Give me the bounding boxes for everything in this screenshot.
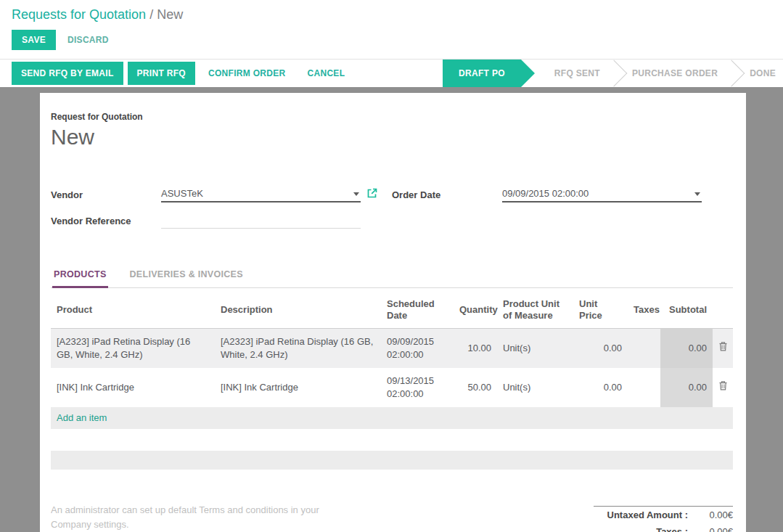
- breadcrumb-current: New: [157, 7, 183, 22]
- workflow-buttons: SEND RFQ BY EMAIL PRINT RFQ CONFIRM ORDE…: [12, 60, 353, 87]
- col-header-unit-price[interactable]: Unit Price: [573, 292, 628, 328]
- breadcrumb-section-link[interactable]: Requests for Quotation: [12, 7, 146, 22]
- untaxed-amount-row: Untaxed Amount : 0.00€: [594, 506, 733, 523]
- untaxed-amount-value: 0.00€: [688, 510, 733, 520]
- cell-description[interactable]: [INK] Ink Cartridge: [215, 368, 381, 407]
- empty-section-bar: [51, 451, 733, 470]
- cell-unit-price[interactable]: 0.00: [573, 368, 628, 407]
- cell-taxes[interactable]: [628, 328, 660, 368]
- breadcrumb-separator: /: [149, 7, 157, 22]
- cell-subtotal: 0.00: [660, 368, 713, 407]
- table-header-row: Product Description Scheduled Date Quant…: [51, 292, 733, 328]
- cell-uom[interactable]: Unit(s): [497, 368, 573, 407]
- vendor-input[interactable]: ASUSTeK: [161, 188, 361, 202]
- status-bar: DRAFT PO RFQ SENT PURCHASE ORDER DONE: [443, 60, 783, 87]
- vendor-label: Vendor: [51, 189, 161, 202]
- discard-button[interactable]: DISCARD: [67, 35, 109, 45]
- cell-uom[interactable]: Unit(s): [497, 328, 573, 368]
- cell-product[interactable]: [A2323] iPad Retina Display (16 GB, Whit…: [51, 328, 215, 368]
- cancel-button[interactable]: CANCEL: [299, 68, 354, 78]
- vendor-value: ASUSTeK: [161, 188, 203, 199]
- form-sheet: Request for Quotation New Vendor ASUSTeK: [40, 93, 746, 532]
- delete-row-button[interactable]: [713, 328, 733, 368]
- cell-taxes[interactable]: [628, 368, 660, 407]
- trash-icon: [718, 380, 728, 390]
- notebook-tabs: PRODUCTS DELIVERIES & INVOICES: [51, 265, 733, 288]
- status-step-purchase-order[interactable]: PURCHASE ORDER: [618, 60, 732, 87]
- caret-down-icon[interactable]: [694, 192, 700, 196]
- delete-row-button[interactable]: [713, 368, 733, 407]
- taxes-label: Taxes :: [656, 526, 688, 532]
- cell-product[interactable]: [INK] Ink Cartridge: [51, 368, 215, 407]
- untaxed-amount-label: Untaxed Amount :: [607, 510, 688, 520]
- tab-products[interactable]: PRODUCTS: [52, 265, 108, 288]
- caret-down-icon[interactable]: [353, 192, 359, 196]
- order-date-input[interactable]: 09/09/2015 02:00:00: [502, 188, 702, 202]
- status-step-draft-po: DRAFT PO: [443, 60, 521, 87]
- cell-unit-price[interactable]: 0.00: [573, 328, 628, 368]
- trash-icon: [718, 341, 728, 351]
- terms-textarea[interactable]: [51, 503, 361, 532]
- cell-subtotal: 0.00: [660, 328, 713, 368]
- cell-quantity[interactable]: 10.00: [454, 328, 497, 368]
- page-title: New: [51, 125, 733, 150]
- form-subtitle: Request for Quotation: [51, 112, 733, 122]
- add-item-link[interactable]: Add an item: [51, 407, 733, 429]
- cell-quantity[interactable]: 50.00: [454, 368, 497, 407]
- control-panel: SEND RFQ BY EMAIL PRINT RFQ CONFIRM ORDE…: [0, 59, 783, 87]
- order-date-label: Order Date: [392, 189, 502, 202]
- tab-deliveries-invoices[interactable]: DELIVERIES & INVOICES: [128, 265, 245, 287]
- cell-description[interactable]: [A2323] iPad Retina Display (16 GB, Whit…: [215, 328, 381, 368]
- table-row[interactable]: [INK] Ink Cartridge [INK] Ink Cartridge …: [51, 368, 733, 407]
- footer-area: Untaxed Amount : 0.00€ Taxes : 0.00€ Tot…: [51, 503, 733, 532]
- save-button[interactable]: SAVE: [12, 30, 56, 50]
- vendor-reference-input[interactable]: [161, 213, 361, 229]
- order-date-field-row: Order Date 09/09/2015 02:00:00: [392, 184, 718, 202]
- col-header-subtotal[interactable]: Subtotal: [660, 292, 713, 328]
- vendor-reference-label: Vendor Reference: [51, 216, 161, 229]
- col-header-quantity[interactable]: Quantity: [454, 292, 497, 328]
- order-date-value: 09/09/2015 02:00:00: [502, 188, 589, 199]
- col-header-scheduled-date[interactable]: Scheduled Date: [381, 292, 454, 328]
- col-header-product[interactable]: Product: [51, 292, 215, 328]
- vendor-field-row: Vendor ASUSTeK: [51, 184, 377, 202]
- totals-box: Untaxed Amount : 0.00€ Taxes : 0.00€ Tot…: [594, 506, 733, 532]
- taxes-row: Taxes : 0.00€: [594, 523, 733, 532]
- col-header-taxes[interactable]: Taxes: [628, 292, 660, 328]
- confirm-order-button[interactable]: CONFIRM ORDER: [200, 68, 295, 78]
- print-rfq-button[interactable]: PRINT RFQ: [128, 62, 195, 85]
- form-canvas: Request for Quotation New Vendor ASUSTeK: [0, 87, 783, 532]
- taxes-value: 0.00€: [688, 526, 733, 532]
- terms-and-conditions-field: [51, 503, 361, 532]
- cell-scheduled-date[interactable]: 09/09/2015 02:00:00: [381, 328, 454, 368]
- table-row[interactable]: [A2323] iPad Retina Display (16 GB, Whit…: [51, 328, 733, 368]
- add-item-row[interactable]: Add an item: [51, 407, 733, 429]
- external-link-icon[interactable]: [366, 188, 377, 201]
- top-bar: Requests for Quotation / New SAVE DISCAR…: [0, 0, 783, 59]
- vendor-reference-field-row: Vendor Reference: [51, 210, 377, 229]
- field-area: Vendor ASUSTeK Vendor Reference: [51, 184, 733, 236]
- cell-scheduled-date[interactable]: 09/13/2015 02:00:00: [381, 368, 454, 407]
- order-lines-table: Product Description Scheduled Date Quant…: [51, 292, 733, 429]
- col-header-uom[interactable]: Product Unit of Measure: [497, 292, 573, 328]
- record-action-row: SAVE DISCARD: [12, 30, 771, 59]
- col-header-description[interactable]: Description: [215, 292, 381, 328]
- send-rfq-by-email-button[interactable]: SEND RFQ BY EMAIL: [12, 62, 123, 85]
- breadcrumb: Requests for Quotation / New: [12, 6, 771, 30]
- field-group-right: Order Date 09/09/2015 02:00:00: [392, 184, 718, 236]
- field-group-left: Vendor ASUSTeK Vendor Reference: [51, 184, 377, 236]
- col-header-actions: [713, 292, 733, 328]
